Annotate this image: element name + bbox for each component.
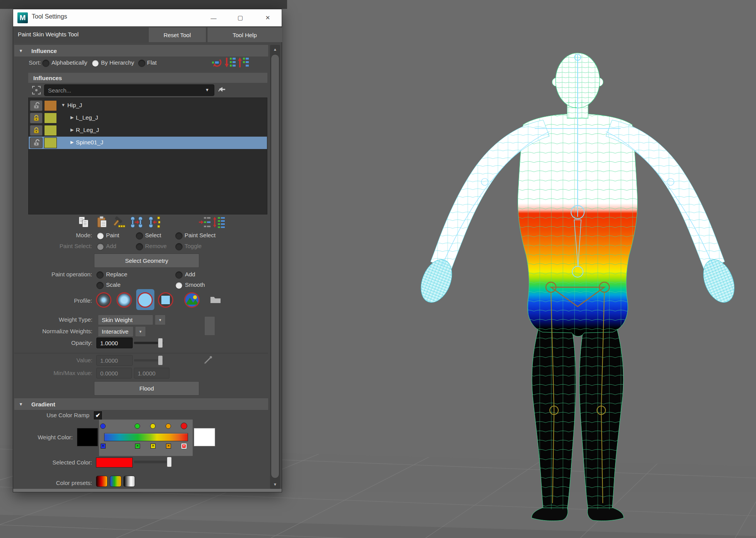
scroll-up-icon[interactable]: ▲: [270, 45, 280, 53]
lock-toggle-unlocked-icon[interactable]: [30, 100, 43, 111]
sort-flat-label[interactable]: Flat: [147, 59, 157, 66]
sort-list-down-icon[interactable]: [224, 57, 236, 70]
mode-paint-select-radio[interactable]: [175, 232, 183, 240]
sort-alphabetically-radio[interactable]: [42, 60, 50, 67]
lock-toggle-locked-icon[interactable]: [30, 125, 43, 136]
tree-item-label[interactable]: L_Leg_J: [76, 114, 98, 121]
weight-type-dropdown-arrow-icon[interactable]: ▼: [155, 315, 166, 325]
weight-color-high-swatch[interactable]: [194, 428, 215, 446]
scrollbar-thumb[interactable]: [271, 54, 279, 478]
browse-brush-folder-icon[interactable]: [210, 295, 221, 306]
tool-help-button[interactable]: Tool Help: [207, 27, 282, 42]
normalize-weights-dropdown[interactable]: Interactive: [98, 326, 133, 337]
tree-item-label[interactable]: Hip_J: [67, 102, 82, 108]
preset-grayscale[interactable]: [123, 476, 135, 487]
paint-operation-add-radio[interactable]: [175, 271, 183, 279]
mode-paint-radio[interactable]: [97, 232, 104, 240]
paint-operation-scale-label[interactable]: Scale: [106, 281, 121, 288]
close-button[interactable]: ✕: [258, 9, 277, 26]
sort-flat-radio[interactable]: [138, 60, 145, 67]
influence-color-swatch[interactable]: [44, 125, 57, 136]
ramp-stop-square[interactable]: ✕: [151, 444, 156, 449]
influences-list[interactable]: ▼ Hip_J ▶ L_Leg_J ▶ R_Leg_J: [28, 98, 267, 214]
ramp-stop-square[interactable]: ✕: [135, 444, 140, 449]
preset-rainbow[interactable]: [110, 476, 121, 487]
paint-operation-smooth-label[interactable]: Smooth: [185, 281, 205, 288]
tree-row-l-leg[interactable]: ▶ L_Leg_J: [29, 112, 267, 124]
lock-toggle-locked-icon[interactable]: [30, 113, 43, 123]
tree-item-label[interactable]: Spine01_J: [76, 139, 103, 146]
paint-operation-replace-radio[interactable]: [96, 271, 104, 279]
copy-weights-icon[interactable]: [77, 216, 91, 228]
maximize-button[interactable]: ▢: [231, 9, 250, 26]
selected-color-swatch[interactable]: [96, 457, 133, 468]
ramp-stop-circle[interactable]: [135, 423, 140, 429]
color-ramp-bar[interactable]: [104, 433, 188, 441]
brush-solid-icon[interactable]: [137, 292, 153, 308]
window-resize-edge[interactable]: [13, 489, 282, 492]
ramp-stop-square[interactable]: ✕: [166, 444, 171, 449]
brush-image-icon[interactable]: [184, 292, 200, 308]
tree-expanded-icon[interactable]: ▼: [61, 103, 65, 107]
mode-paint-select-label[interactable]: Paint Select: [185, 232, 216, 238]
paint-operation-replace-label[interactable]: Replace: [106, 271, 127, 278]
sort-list-up-icon[interactable]: [238, 57, 249, 70]
ramp-stop-circle[interactable]: [150, 423, 156, 429]
opacity-slider-handle[interactable]: [158, 338, 163, 348]
pin-search-icon[interactable]: [217, 86, 226, 96]
mode-paint-label[interactable]: Paint: [106, 232, 119, 238]
scroll-down-icon[interactable]: ▼: [270, 480, 280, 488]
show-influence-list-icon[interactable]: [212, 216, 226, 228]
influence-section-header[interactable]: ▼ Influence: [14, 45, 268, 57]
sort-by-hierarchy-label[interactable]: By Hierarchy: [101, 59, 134, 66]
tree-row-spine01-selected[interactable]: ▶ Spine01_J: [29, 137, 267, 149]
hammer-weights-icon[interactable]: [112, 216, 125, 228]
ramp-stop-circle-selected[interactable]: [181, 423, 187, 429]
reset-tool-button[interactable]: Reset Tool: [148, 27, 206, 42]
weight-color-low-swatch[interactable]: [77, 428, 98, 446]
influence-color-swatch[interactable]: [44, 100, 57, 111]
paint-operation-scale-radio[interactable]: [96, 282, 104, 289]
ramp-stop-circle[interactable]: [100, 423, 106, 429]
opacity-field[interactable]: 1.0000: [96, 338, 133, 348]
refresh-influences-icon[interactable]: [211, 57, 222, 70]
ramp-stop-square[interactable]: ✕: [101, 444, 106, 449]
use-color-ramp-checkbox[interactable]: ✔: [93, 411, 103, 420]
search-dropdown-icon[interactable]: ▼: [205, 87, 209, 92]
tree-collapsed-icon[interactable]: ▶: [70, 140, 74, 145]
influence-color-swatch[interactable]: [44, 113, 57, 123]
sort-by-hierarchy-radio[interactable]: [92, 60, 99, 67]
title-bar[interactable]: M Tool Settings — ▢ ✕: [13, 9, 282, 26]
selected-color-slider-track[interactable]: [134, 461, 172, 463]
ramp-stop-square-selected[interactable]: ✕: [181, 444, 186, 449]
selected-color-slider-handle[interactable]: [167, 457, 172, 467]
select-geometry-button[interactable]: Select Geometry: [94, 254, 199, 268]
paint-operation-add-label[interactable]: Add: [185, 271, 195, 278]
mode-select-label[interactable]: Select: [145, 232, 161, 238]
tree-row-hip[interactable]: ▼ Hip_J: [29, 99, 267, 112]
weight-type-dropdown[interactable]: Skin Weight: [98, 315, 153, 325]
tree-item-label[interactable]: R_Leg_J: [76, 127, 99, 133]
gradient-section-header[interactable]: ▼ Gradient: [14, 398, 268, 410]
move-weights-from-influence-icon[interactable]: [147, 216, 160, 228]
tree-row-r-leg[interactable]: ▶ R_Leg_J: [29, 124, 267, 137]
brush-soft-icon[interactable]: [116, 292, 132, 308]
lock-toggle-unlocked-icon[interactable]: [30, 137, 43, 148]
normalize-weights-dropdown-arrow-icon[interactable]: ▼: [135, 326, 146, 337]
ramp-stop-circle[interactable]: [166, 423, 171, 429]
preset-black-red-yellow[interactable]: [96, 476, 108, 487]
minimize-button[interactable]: —: [204, 9, 223, 26]
paste-weights-icon[interactable]: [96, 216, 109, 228]
sort-alphabetically-label[interactable]: Alphabetically: [51, 59, 87, 66]
influence-search-input[interactable]: [44, 84, 214, 96]
panel-scrollbar[interactable]: ▲ ▼: [270, 45, 280, 489]
tree-collapsed-icon[interactable]: ▶: [70, 127, 74, 132]
mode-select-radio[interactable]: [136, 232, 143, 240]
brush-gaussian-icon[interactable]: [96, 292, 111, 308]
move-weights-to-influence-icon[interactable]: [130, 216, 143, 228]
paint-operation-smooth-radio[interactable]: [175, 282, 183, 289]
influence-color-swatch[interactable]: [44, 137, 57, 148]
brush-square-icon[interactable]: [158, 292, 173, 308]
show-selected-influence-icon[interactable]: [198, 216, 211, 228]
flood-button[interactable]: Flood: [94, 381, 199, 396]
